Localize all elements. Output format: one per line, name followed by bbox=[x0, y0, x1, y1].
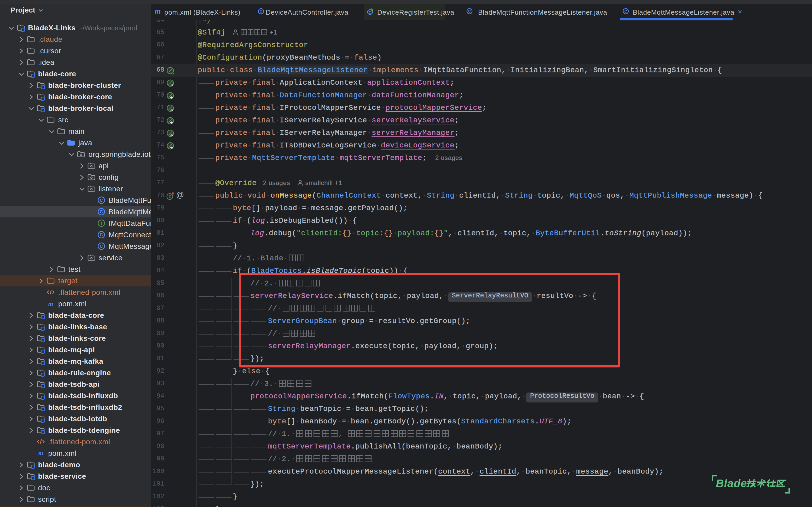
svg-text:C: C bbox=[468, 9, 471, 13]
svg-text:m: m bbox=[39, 450, 43, 457]
svg-text:C: C bbox=[100, 232, 103, 237]
svg-text:C: C bbox=[260, 9, 262, 13]
svg-text:C: C bbox=[100, 244, 103, 249]
svg-text:C: C bbox=[100, 209, 103, 214]
svg-text:C: C bbox=[100, 198, 103, 203]
svg-text:C: C bbox=[369, 10, 371, 14]
svg-text:C: C bbox=[624, 9, 627, 13]
svg-text:I: I bbox=[101, 221, 102, 226]
svg-text:m: m bbox=[48, 300, 53, 307]
